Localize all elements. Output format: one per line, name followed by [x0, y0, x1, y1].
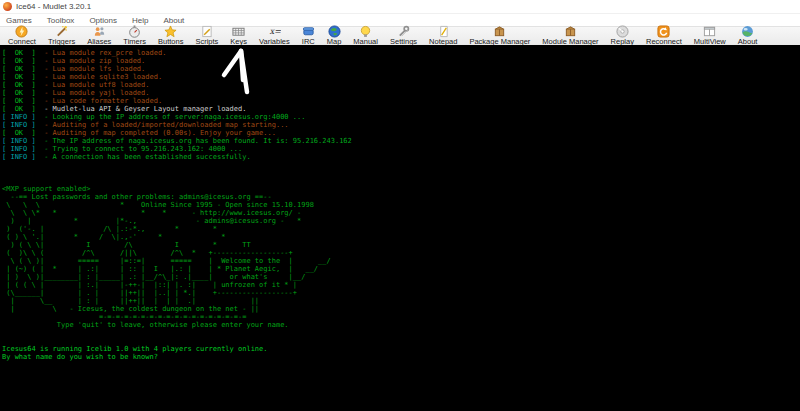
toolbar-button-triggers[interactable]: Triggers [42, 25, 81, 47]
toolbar-button-package-manager[interactable]: Package Manager [463, 25, 536, 47]
console-line: [ INFO ] - A connection has been establi… [2, 153, 800, 161]
console-line: \ \ \* * * * - http://www.icesus.org/ - [2, 209, 800, 217]
console-line: [ OK ] - Lua module zip loaded. [2, 57, 800, 65]
menu-item-help[interactable]: Help [132, 16, 148, 25]
console-line: (\______| | . | ||++|| |..| | *.| +-----… [2, 289, 800, 297]
console-line: | (~) ( | * | .:| | :: | I |.: | | * Pla… [2, 265, 800, 273]
menu-item-games[interactable]: Games [6, 16, 32, 25]
console-line: <MXP support enabled> [2, 185, 800, 193]
console-line [2, 169, 800, 177]
toolbar-button-manual[interactable]: Manual [347, 25, 384, 47]
mudlet-app-icon [3, 2, 12, 11]
console-line: \ \ \ * Online Since 1995 - Open since 1… [2, 201, 800, 209]
console-output[interactable]: [ OK ] - Lua module rex_pcre loaded.[ OK… [0, 45, 800, 411]
console-line: [ INFO ] - The IP address of naga.icesus… [2, 137, 800, 145]
console-line: Type 'quit' to leave, otherwise please e… [2, 321, 800, 329]
console-line: | ) \ )|________| : |_____| .: |__/^\_|:… [2, 273, 800, 281]
console-line: | ( ( \ | | :.| |-++-| |::| |. :| | unfr… [2, 281, 800, 289]
console-line: [ OK ] - Lua module utf8 loaded. [2, 81, 800, 89]
window-title: Ice64 - Mudlet 3.20.1 [16, 0, 91, 13]
toolbar-button-timers[interactable]: Timers [117, 25, 152, 47]
console-line [2, 329, 800, 337]
console-line: [ OK ] - Mudlet-lua API & Geyser Layout … [2, 105, 800, 113]
toolbar-button-about[interactable]: About [732, 25, 764, 47]
toolbar-button-reconnect[interactable]: Reconnect [640, 25, 688, 47]
console-line: [ INFO ] - Trying to connect to 95.216.2… [2, 145, 800, 153]
toolbar-button-buttons[interactable]: Buttons [152, 25, 189, 47]
console-line: [ OK ] - Lua module rex_pcre loaded. [2, 49, 800, 57]
console-line: =-=-=-=-=-=-=-=-=-=-=-=-=-=-=-=-=-= [2, 313, 800, 321]
console-line: [ OK ] - Lua module yajl loaded. [2, 89, 800, 97]
console-line: | \ - Icesus, the coldest dungeon on the… [2, 305, 800, 313]
console-line: ) | * |*-., - admins@icesus.org - * [2, 217, 800, 225]
console-line: --== Lost passwords and other problems: … [2, 193, 800, 201]
toolbar-button-scripts[interactable]: Scripts [189, 25, 224, 47]
console-line [2, 337, 800, 345]
console-line: By what name do you wish to be known? [2, 353, 800, 361]
console-line: [ OK ] - Lua code formatter loaded. [2, 97, 800, 105]
menu-item-options[interactable]: Options [89, 16, 117, 25]
toolbar-button-keys[interactable]: Keys [224, 25, 253, 47]
toolbar-button-connect[interactable]: Connect [2, 25, 42, 47]
console-line: \ ( \ )| ===== |=::=| ===== | Welcome to… [2, 257, 800, 265]
toolbar-button-aliases[interactable]: Aliases [81, 25, 117, 47]
svg-text:x=: x= [269, 26, 281, 36]
toolbar-button-replay[interactable]: Replay [605, 25, 640, 47]
console-line [2, 161, 800, 169]
menu-item-about[interactable]: About [163, 16, 184, 25]
console-line: ) ('-. | /\ |.:-*., * * [2, 225, 800, 233]
console-line: | \__ | : | ||++|| | | | .| || [2, 297, 800, 305]
toolbar-button-settings[interactable]: Settings [384, 25, 423, 47]
toolbar-button-multiview[interactable]: MultiView [688, 25, 732, 47]
console-line: ( ) \ '.| * / \|.,-' * * [2, 233, 800, 241]
toolbar-button-notepad[interactable]: Notepad [423, 25, 463, 47]
console-line: ( )\ \ ( /^\ /||\ /^\ * +---------------… [2, 249, 800, 257]
toolbar-button-variables[interactable]: x=Variables [253, 25, 296, 47]
console-line: [ INFO ] - Looking up the IP address of … [2, 113, 800, 121]
console-line: [ INFO ] - Auditing of a loaded/imported… [2, 121, 800, 129]
toolbar-button-irc[interactable]: IRC [296, 25, 321, 47]
console-line: [ OK ] - Auditing of map completed (0.00… [2, 129, 800, 137]
console-line [2, 177, 800, 185]
console-line: ) ( \ \| I /\ I * TT [2, 241, 800, 249]
toolbar-button-module-manager[interactable]: Module Manager [536, 25, 604, 47]
console-line: Icesus64 is running Icelib 1.0 with 4 pl… [2, 345, 800, 353]
console-line: [ OK ] - Lua module lfs loaded. [2, 65, 800, 73]
console-line: [ OK ] - Lua module sqlite3 loaded. [2, 73, 800, 81]
toolbar-button-map[interactable]: Map [321, 25, 348, 47]
menu-item-toolbox[interactable]: Toolbox [47, 16, 75, 25]
window-titlebar: Ice64 - Mudlet 3.20.1 [0, 0, 800, 14]
